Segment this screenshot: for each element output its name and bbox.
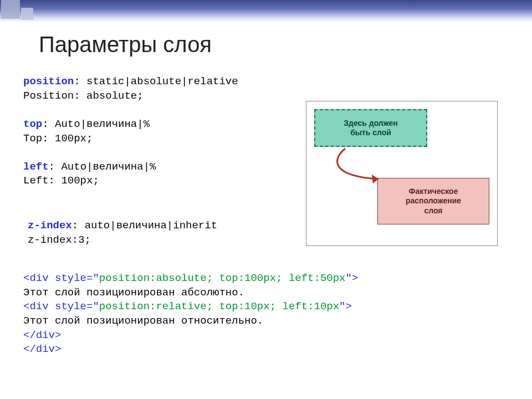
- slide-title: Параметры слоя: [39, 32, 212, 57]
- expected-layer-box: Здесь должен быть слой: [314, 109, 427, 147]
- tag-open-2a: <div style=": [23, 300, 99, 313]
- actual-layer-line2: расположение: [378, 196, 489, 206]
- tag-close-1: </div>: [23, 329, 61, 341]
- kw-position: position: [23, 75, 74, 88]
- kw-zindex: z-index: [28, 219, 72, 232]
- tag-open-1b: ">: [346, 272, 359, 284]
- actual-layer-line1: Фактическое: [378, 187, 489, 197]
- example-top: Top: 100px;: [23, 132, 93, 145]
- actual-layer-line3: слоя: [378, 206, 489, 216]
- example-zindex: z-index:3;: [28, 234, 91, 246]
- decoration-square-small: [21, 8, 33, 20]
- values-position: static|absolute|relative: [86, 75, 238, 88]
- example-left: Left: 100px;: [23, 175, 99, 187]
- actual-layer-box: Фактическое расположение слоя: [377, 178, 489, 224]
- kw-top: top: [23, 118, 42, 130]
- kw-left: left: [23, 161, 49, 173]
- values-left: Auto|величина|%: [61, 161, 156, 173]
- style-2: position:relative; top:10px; left:10px: [99, 300, 339, 313]
- text-line-4: Этот слой позиционирован относительно.: [23, 315, 263, 327]
- slide-top-accent: [0, 0, 532, 22]
- css-zindex-block: z-index: auto|величина|inherit z-index:3…: [28, 219, 217, 247]
- text-line-2: Этот слой позиционирован абсолютно.: [23, 287, 244, 299]
- tag-close-2: </div>: [23, 343, 61, 355]
- positioning-diagram: Здесь должен быть слой Фактическое распо…: [306, 101, 498, 246]
- tag-open-2b: ">: [339, 300, 352, 313]
- css-syntax-block: position: static|absolute|relative Posit…: [23, 75, 238, 188]
- values-top: Auto|величина|%: [55, 118, 150, 130]
- expected-layer-line1: Здесь должен: [315, 119, 426, 129]
- html-example-block: <div style="position:absolute; top:100px…: [23, 272, 358, 357]
- decoration-square-large: [1, 0, 20, 19]
- style-1: position:absolute; top:100px; left:50px: [99, 272, 346, 284]
- values-zindex: auto|величина|inherit: [85, 219, 217, 232]
- example-position: Position: absolute;: [23, 90, 144, 102]
- tag-open-1a: <div style=": [23, 272, 99, 284]
- expected-layer-line2: быть слой: [315, 128, 426, 138]
